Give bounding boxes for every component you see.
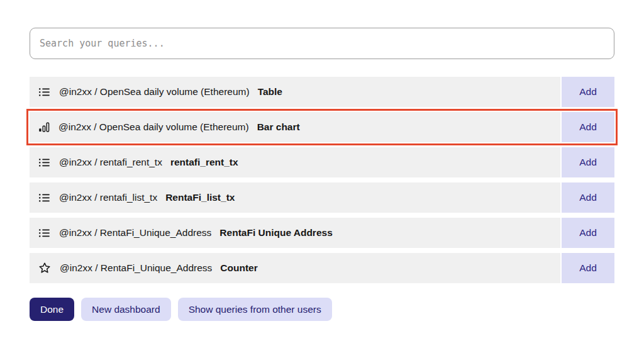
add-button[interactable]: Add: [562, 77, 614, 107]
query-row-main[interactable]: @in2xx / RentaFi_Unique_Address Counter: [30, 253, 560, 283]
query-name: @in2xx / rentafi_rent_tx: [59, 157, 162, 168]
list-icon: [38, 86, 50, 98]
add-button[interactable]: Add: [562, 218, 614, 248]
query-row: @in2xx / RentaFi_Unique_Address Counter …: [30, 253, 614, 283]
star-icon: [38, 262, 51, 274]
query-row-main[interactable]: @in2xx / OpenSea daily volume (Ethereum)…: [30, 112, 560, 142]
visualization-type: RentaFi_list_tx: [165, 192, 235, 203]
query-name: @in2xx / RentaFi_Unique_Address: [59, 227, 211, 239]
query-list: @in2xx / OpenSea daily volume (Ethereum)…: [30, 77, 614, 283]
add-query-panel: @in2xx / OpenSea daily volume (Ethereum)…: [30, 28, 614, 321]
query-name: @in2xx / rentafi_list_tx: [59, 192, 157, 203]
show-queries-button[interactable]: Show queries from other users: [178, 298, 332, 321]
new-dashboard-button[interactable]: New dashboard: [81, 298, 171, 321]
query-row: @in2xx / rentafi_rent_tx rentafi_rent_tx…: [30, 147, 614, 177]
visualization-type: RentaFi Unique Address: [219, 227, 332, 239]
list-icon: [38, 227, 50, 239]
add-button[interactable]: Add: [562, 253, 614, 283]
visualization-type: Table: [258, 86, 282, 98]
query-row-main[interactable]: @in2xx / OpenSea daily volume (Ethereum)…: [30, 77, 560, 107]
query-row-highlighted: @in2xx / OpenSea daily volume (Ethereum)…: [30, 112, 614, 142]
add-button[interactable]: Add: [562, 112, 614, 142]
visualization-type: Bar chart: [257, 121, 300, 133]
query-row: @in2xx / OpenSea daily volume (Ethereum)…: [30, 77, 614, 107]
add-button[interactable]: Add: [562, 182, 614, 213]
list-icon: [38, 157, 50, 169]
query-row-main[interactable]: @in2xx / rentafi_rent_tx rentafi_rent_tx: [30, 147, 560, 177]
query-name: @in2xx / OpenSea daily volume (Ethereum): [58, 121, 249, 133]
query-row: @in2xx / RentaFi_Unique_Address RentaFi …: [30, 218, 614, 248]
query-name: @in2xx / OpenSea daily volume (Ethereum): [59, 86, 250, 98]
query-row-main[interactable]: @in2xx / rentafi_list_tx RentaFi_list_tx: [30, 182, 560, 213]
query-row: @in2xx / rentafi_list_tx RentaFi_list_tx…: [30, 182, 614, 213]
done-button[interactable]: Done: [30, 298, 74, 321]
query-name: @in2xx / RentaFi_Unique_Address: [60, 262, 212, 274]
add-button[interactable]: Add: [562, 147, 614, 177]
visualization-type: rentafi_rent_tx: [170, 157, 238, 168]
list-icon: [38, 192, 50, 204]
query-row-main[interactable]: @in2xx / RentaFi_Unique_Address RentaFi …: [30, 218, 560, 248]
search-input[interactable]: [30, 28, 614, 59]
bar-chart-icon: [38, 121, 50, 133]
footer-actions: Done New dashboard Show queries from oth…: [30, 298, 614, 321]
visualization-type: Counter: [220, 262, 257, 274]
